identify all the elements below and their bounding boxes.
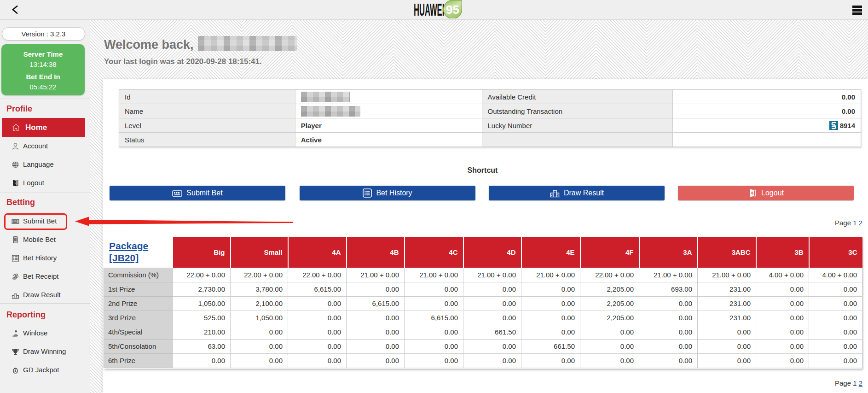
svg-text:$: $ xyxy=(15,369,17,373)
svg-text:1: 1 xyxy=(554,190,556,193)
svg-text:3: 3 xyxy=(557,194,559,197)
svg-text:95: 95 xyxy=(446,3,459,17)
svg-text:2: 2 xyxy=(551,194,553,196)
